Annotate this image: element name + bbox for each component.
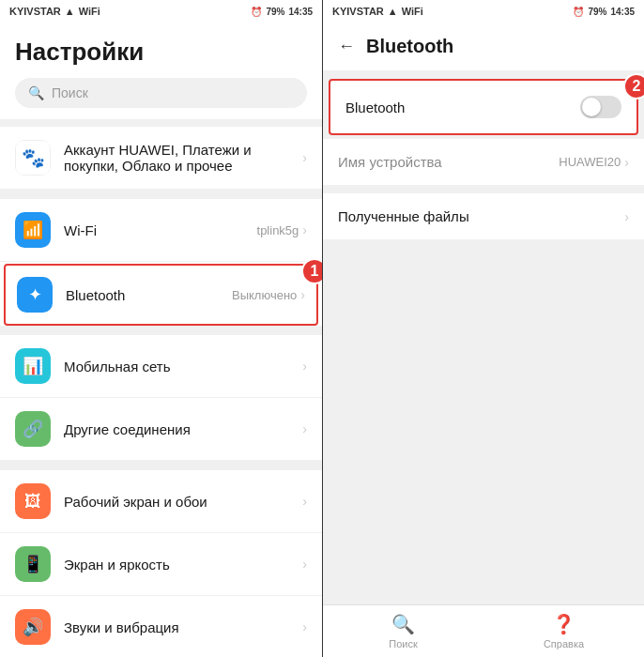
bluetooth-page-header: ← Bluetooth: [323, 23, 644, 71]
bottom-search-icon: 🔍: [391, 613, 415, 635]
wallpaper-icon: 🖼: [24, 492, 41, 512]
settings-item-connections[interactable]: 🔗 Другие соединения ›: [0, 398, 322, 461]
settings-item-mobile[interactable]: 📊 Мобильная сеть ›: [0, 335, 322, 398]
wallpaper-content: Рабочий экран и обои: [64, 494, 302, 510]
display-icon: 📱: [23, 554, 43, 574]
right-battery: 79%: [588, 7, 606, 17]
display-icon-container: 📱: [15, 546, 51, 582]
right-time: 14:35: [610, 7, 635, 17]
right-screen: KYIVSTAR ▲ WiFi ⏰ 79% 14:35 ← Bluetooth …: [322, 0, 644, 657]
connections-content: Другие соединения: [64, 421, 302, 437]
mobile-chevron: ›: [302, 359, 307, 374]
bluetooth-toggle-wrapper: Bluetooth 2: [323, 79, 644, 135]
left-wifi-icon: WiFi: [79, 6, 100, 17]
settings-screen: Настройки 🔍 Поиск 🐾 Аккаунт HUAWEI, Плат…: [0, 23, 322, 657]
huawei-icon: 🐾: [15, 140, 51, 176]
wifi-icon: 📶: [23, 220, 43, 240]
sound-icon-container: 🔊: [15, 609, 51, 645]
divider-2: [0, 328, 322, 335]
mobile-title: Мобильная сеть: [64, 359, 302, 374]
settings-group-display: 🖼 Рабочий экран и обои › 📱 Экран и яркос…: [0, 470, 322, 657]
settings-item-huawei[interactable]: 🐾 Аккаунт HUAWEI, Платежи и покупки, Обл…: [0, 127, 322, 190]
bottom-help-icon: ❓: [552, 613, 575, 635]
search-bar[interactable]: 🔍 Поиск: [15, 78, 307, 108]
huawei-chevron: ›: [302, 150, 307, 165]
bluetooth-device-name-row[interactable]: Имя устройства HUAWEI20 ›: [323, 139, 644, 186]
bluetooth-received-files-label: Полученные файлы: [338, 208, 624, 224]
left-time: 14:35: [288, 7, 313, 17]
step-badge-1: 1: [301, 258, 322, 284]
divider-top: [0, 119, 322, 127]
settings-group-mobile: 📊 Мобильная сеть › 🔗 Другие соединения ›: [0, 335, 322, 461]
display-right: ›: [302, 557, 307, 572]
left-screen: KYIVSTAR ▲ WiFi ⏰ 79% 14:35 Настройки 🔍 …: [0, 0, 322, 657]
device-name-chevron: ›: [624, 155, 629, 170]
huawei-title: Аккаунт HUAWEI, Платежи и покупки, Облак…: [64, 142, 302, 174]
right-wifi-icon: WiFi: [402, 6, 423, 17]
back-button[interactable]: ←: [338, 37, 355, 56]
settings-header: Настройки 🔍 Поиск: [0, 23, 322, 119]
right-status-bar: KYIVSTAR ▲ WiFi ⏰ 79% 14:35: [323, 0, 644, 23]
bluetooth-wrapper: ✦ Bluetooth Выключено › 1: [0, 264, 322, 326]
bluetooth-section-device: Имя устройства HUAWEI20 ›: [323, 139, 644, 186]
bottom-nav-help[interactable]: ❓ Справка: [483, 613, 644, 649]
bottom-navigation: 🔍 Поиск ❓ Справка: [323, 604, 644, 657]
bluetooth-icon: ✦: [28, 284, 42, 305]
connections-icon: 🔗: [23, 419, 43, 439]
bluetooth-settings-content: Bluetooth 2 Имя устройства HUAWEI20 › По…: [323, 71, 644, 604]
bluetooth-chevron: ›: [300, 287, 305, 302]
bluetooth-right: Выключено ›: [232, 287, 305, 302]
bottom-help-label: Справка: [544, 638, 584, 649]
connections-icon-container: 🔗: [15, 411, 51, 447]
right-signal-icon: ▲: [388, 6, 398, 17]
mobile-icon: 📊: [23, 356, 43, 376]
settings-item-wifi[interactable]: 📶 Wi-Fi tplink5g ›: [0, 199, 322, 262]
wifi-value: tplink5g: [257, 223, 299, 237]
bluetooth-title: Bluetooth: [66, 287, 232, 303]
settings-group-network: 📶 Wi-Fi tplink5g › ✦ Bluetooth: [0, 199, 322, 326]
bluetooth-toggle-label: Bluetooth: [345, 99, 580, 115]
huawei-content: Аккаунт HUAWEI, Платежи и покупки, Облак…: [64, 142, 302, 174]
wallpaper-icon-container: 🖼: [15, 483, 51, 519]
bottom-nav-search[interactable]: 🔍 Поиск: [323, 613, 483, 649]
huawei-right: ›: [302, 150, 307, 165]
bottom-search-label: Поиск: [389, 638, 417, 649]
sound-icon: 🔊: [23, 617, 43, 637]
bluetooth-section-files: Полученные файлы ›: [323, 193, 644, 240]
search-placeholder: Поиск: [52, 85, 88, 100]
wifi-icon-container: 📶: [15, 212, 51, 248]
huawei-avatar: 🐾: [16, 141, 50, 175]
right-alarm-icon: ⏰: [573, 7, 584, 17]
wallpaper-right: ›: [302, 494, 307, 509]
settings-item-sound[interactable]: 🔊 Звуки и вибрация ›: [0, 596, 322, 657]
wallpaper-title: Рабочий экран и обои: [64, 494, 302, 510]
connections-chevron: ›: [302, 421, 307, 436]
bluetooth-received-files-row[interactable]: Полученные файлы ›: [323, 193, 644, 240]
sound-right: ›: [302, 619, 307, 634]
search-icon: 🔍: [28, 85, 44, 100]
wifi-title: Wi-Fi: [64, 222, 257, 238]
left-status-bar: KYIVSTAR ▲ WiFi ⏰ 79% 14:35: [0, 0, 322, 23]
settings-item-display[interactable]: 📱 Экран и яркость ›: [0, 533, 322, 596]
bluetooth-icon-container: ✦: [17, 277, 53, 313]
settings-item-bluetooth[interactable]: ✦ Bluetooth Выключено ›: [4, 264, 318, 326]
connections-right: ›: [302, 421, 307, 436]
left-carrier: KYIVSTAR: [9, 6, 61, 17]
display-chevron: ›: [302, 557, 307, 572]
bluetooth-toggle-switch[interactable]: [580, 96, 621, 118]
step-badge-2: 2: [623, 73, 644, 99]
left-alarm-icon: ⏰: [251, 7, 262, 17]
settings-title: Настройки: [15, 38, 307, 67]
mobile-content: Мобильная сеть: [64, 359, 302, 374]
sound-chevron: ›: [302, 619, 307, 634]
divider-1: [0, 191, 322, 199]
wifi-right: tplink5g ›: [257, 222, 307, 237]
display-content: Экран и яркость: [64, 557, 302, 573]
sound-content: Звуки и вибрация: [64, 619, 302, 635]
bluetooth-toggle-row[interactable]: Bluetooth: [329, 79, 638, 135]
bluetooth-content: Bluetooth: [66, 287, 232, 303]
bluetooth-page-title: Bluetooth: [366, 36, 453, 57]
wallpaper-chevron: ›: [302, 494, 307, 509]
settings-item-wallpaper[interactable]: 🖼 Рабочий экран и обои ›: [0, 470, 322, 533]
wifi-chevron: ›: [302, 222, 307, 237]
